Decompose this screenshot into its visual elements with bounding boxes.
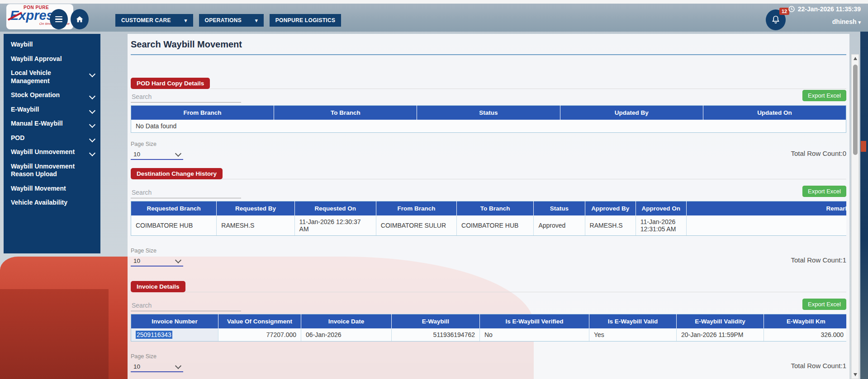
section-destination-change-history: Destination Change History Export Excel …: [131, 168, 846, 267]
pagination-row: Page Size 10 Total Row Count:1: [131, 248, 846, 267]
page-size-control: Page Size 10: [131, 353, 183, 372]
hamburger-icon: [55, 16, 62, 23]
sidebar: WaybillWaybill ApprovalLocal Vehicle Man…: [4, 34, 100, 253]
scroll-down-arrow-icon[interactable]: [854, 373, 857, 376]
chevron-down-icon: [175, 150, 181, 157]
cell: RAMESH.S: [585, 215, 636, 236]
page-size-label: Page Size: [131, 353, 183, 360]
export-excel-button[interactable]: Export Excel: [802, 299, 846, 310]
home-button[interactable]: [71, 9, 89, 29]
column-header: Remarks: [686, 201, 846, 216]
page-size-select[interactable]: 10: [131, 362, 183, 372]
page-size-control: Page Size 10: [131, 141, 183, 160]
chevron-down-icon: ▾: [255, 18, 258, 23]
datetime-display: 22-Jan-2026 11:35:39: [788, 5, 861, 13]
nav-button[interactable]: OPERATIONS▾: [199, 14, 264, 27]
chevron-down-icon: [89, 107, 95, 113]
chevron-down-icon: ▾: [858, 19, 861, 25]
sidebar-item[interactable]: E-Waybill: [4, 103, 100, 117]
nav-button[interactable]: CUSTOMER CARE▾: [115, 14, 193, 27]
column-header: Requested Branch: [131, 201, 217, 216]
pod-hard-copy-table: From BranchTo BranchStatusUpdated ByUpda…: [131, 105, 846, 133]
cell: 20-Jan-2026 11:59PM: [677, 328, 764, 342]
section-badge: Invoice Details: [131, 281, 185, 292]
cell: 11-Jan-2026 12:30:37 AM: [294, 215, 376, 236]
background-ship-hull: [0, 289, 109, 379]
sidebar-item[interactable]: Vehicle Availability: [4, 196, 100, 210]
cell: COIMBATORE SULUR: [376, 215, 456, 236]
export-excel-button[interactable]: Export Excel: [802, 186, 846, 197]
sidebar-item-label: Waybill Movement: [11, 185, 66, 192]
cell: COIMBATORE HUB: [131, 215, 217, 236]
top-white-strip: [0, 0, 868, 4]
sidebar-item[interactable]: POD: [4, 131, 100, 145]
cell: No: [480, 328, 589, 342]
sidebar-item[interactable]: Waybill: [4, 37, 100, 52]
search-input[interactable]: [131, 300, 241, 311]
pagination-row: Page Size 10 Total Row Count:0: [131, 141, 846, 160]
table-header-row: From BranchTo BranchStatusUpdated ByUpda…: [131, 106, 846, 120]
scrollbar-thumb[interactable]: [853, 65, 858, 155]
cell: 77207.000: [218, 328, 301, 342]
nav-button-label: CUSTOMER CARE: [121, 17, 171, 23]
home-icon: [75, 15, 84, 24]
chevron-down-icon: [89, 71, 95, 77]
bell-icon: [771, 15, 781, 25]
cell: Approved: [534, 215, 585, 236]
clock-icon: [788, 5, 795, 13]
sidebar-item[interactable]: Waybill Approval: [4, 52, 100, 66]
table-row[interactable]: COIMBATORE HUBRAMESH.S11-Jan-2026 12:30:…: [131, 215, 847, 236]
pagination-row: Page Size 10 Total Row Count:1: [131, 353, 846, 372]
section-badge-row: POD Hard Copy Details: [131, 78, 846, 89]
chevron-down-icon: [175, 257, 181, 263]
empty-table-message: No Data found: [131, 120, 846, 133]
column-header: Is E-Waybill Valid: [589, 314, 677, 329]
sidebar-item[interactable]: Waybill Unmovement: [4, 145, 100, 159]
column-header: Is E-Waybill Verified: [480, 314, 589, 329]
sidebar-item-label: Waybill: [11, 41, 33, 48]
table-container: Requested BranchRequested ByRequested On…: [131, 201, 846, 236]
column-header: E-Waybill: [392, 314, 480, 329]
column-header: Approved By: [585, 201, 636, 216]
notifications-button[interactable]: 12: [766, 9, 786, 30]
column-header: Invoice Date: [301, 314, 392, 329]
sidebar-item[interactable]: Manual E-Waybill: [4, 117, 100, 131]
sidebar-item[interactable]: Waybill Unmovement Reason Upload: [4, 159, 100, 182]
user-menu[interactable]: dhinesh▾: [832, 18, 861, 25]
chevron-down-icon: [89, 150, 95, 156]
sidebar-item[interactable]: Waybill Movement: [4, 182, 100, 196]
scroll-up-arrow-icon[interactable]: [854, 57, 857, 60]
column-header: Invoice Number: [131, 314, 218, 329]
sidebar-item[interactable]: Stock Operation: [4, 88, 100, 103]
table-header-row: Invoice NumberValue Of ConsignmentInvoic…: [131, 314, 847, 329]
column-header: Status: [417, 106, 560, 120]
chevron-down-icon: [89, 122, 95, 128]
selected-text: 2509116343: [136, 331, 172, 339]
chevron-down-icon: ▾: [185, 18, 187, 23]
page-size-select[interactable]: 10: [131, 150, 183, 160]
column-header: To Branch: [457, 201, 534, 216]
page-size-control: Page Size 10: [131, 248, 183, 267]
cell: Yes: [589, 328, 677, 342]
export-excel-button[interactable]: Export Excel: [802, 90, 846, 101]
nav-button[interactable]: PONPURE LOGISTICS: [270, 14, 341, 27]
search-input[interactable]: [131, 91, 241, 103]
column-header: Requested By: [217, 201, 294, 216]
search-input[interactable]: [131, 187, 241, 198]
column-header: E-Waybill Km: [764, 314, 847, 329]
column-header: E-Waybill Validity: [677, 314, 764, 329]
top-nav: CUSTOMER CARE▾OPERATIONS▾PONPURE LOGISTI…: [115, 14, 341, 27]
cell: 2509116343: [131, 328, 218, 342]
page-size-select[interactable]: 10: [131, 256, 183, 267]
background-right-edge: [860, 32, 868, 379]
page-title: Search Waybill Movement: [131, 34, 846, 50]
sidebar-item-label: Manual E-Waybill: [11, 120, 63, 127]
column-header: From Branch: [131, 106, 274, 120]
table-container: From BranchTo BranchStatusUpdated ByUpda…: [131, 105, 846, 133]
hamburger-menu-button[interactable]: [50, 9, 68, 29]
table-row[interactable]: 250911634377207.00006-Jan-20265119361947…: [131, 328, 847, 342]
section-invoice-details: Invoice Details Export Excel Invoice Num…: [131, 281, 846, 372]
sidebar-item[interactable]: Local Vehicle Management: [4, 66, 100, 88]
vertical-scrollbar[interactable]: [851, 54, 859, 379]
chevron-down-icon: [89, 93, 95, 99]
